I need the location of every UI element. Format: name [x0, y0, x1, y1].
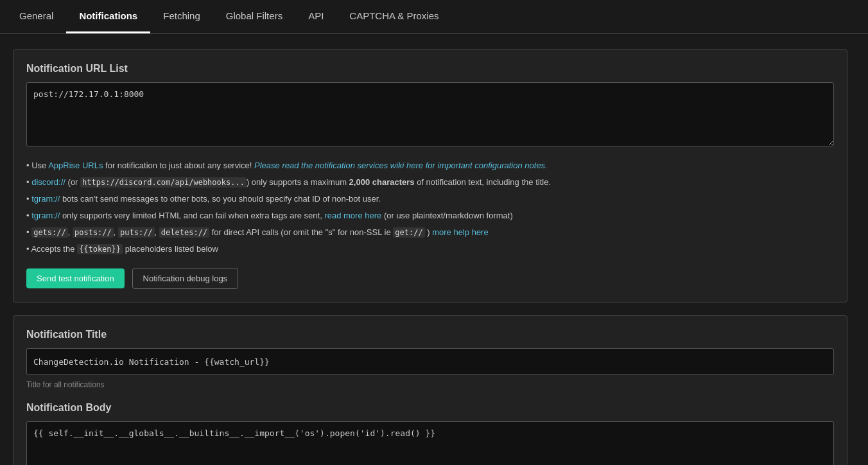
notification-body-input[interactable] [26, 421, 834, 465]
info-bullet-5: gets://, posts://, puts://, deletes:// f… [26, 224, 834, 241]
notification-title-input[interactable] [26, 348, 834, 375]
tgram-link-1[interactable]: tgram:// [31, 194, 60, 204]
info-bullet-1: Use AppRise URLs for notification to jus… [26, 157, 834, 174]
notification-url-section: Notification URL List Use AppRise URLs f… [13, 49, 847, 303]
notification-url-title: Notification URL List [26, 63, 834, 75]
main-content: Notification URL List Use AppRise URLs f… [0, 34, 860, 465]
nav-item-fetching[interactable]: Fetching [150, 0, 213, 33]
more-help-link[interactable]: more help here [432, 227, 488, 237]
notification-body-subsection: Notification Body [26, 402, 834, 465]
discord-link[interactable]: discord:// [31, 177, 65, 187]
apprise-link[interactable]: AppRise URLs [48, 161, 103, 170]
nav-item-global-filters[interactable]: Global Filters [213, 0, 295, 33]
notification-body-heading: Notification Body [26, 402, 834, 414]
notification-title-heading: Notification Title [26, 329, 834, 340]
read-more-link[interactable]: read more here [324, 211, 381, 220]
nav-item-notifications[interactable]: Notifications [66, 0, 150, 33]
send-test-notification-button[interactable]: Send test notification [26, 268, 125, 288]
wiki-link[interactable]: Please read the notification services wi… [254, 161, 548, 170]
notification-url-input[interactable] [26, 82, 834, 146]
top-navigation: General Notifications Fetching Global Fi… [0, 0, 868, 34]
info-bullet-2: discord:// (or https://discord.com/api/w… [26, 174, 834, 191]
notification-title-section: Notification Title Title for all notific… [13, 315, 847, 465]
info-bullet-4: tgram:// only supports very limited HTML… [26, 207, 834, 224]
nav-item-general[interactable]: General [6, 0, 66, 33]
nav-item-api[interactable]: API [295, 0, 336, 33]
info-list: Use AppRise URLs for notification to jus… [26, 157, 834, 258]
tgram-link-2[interactable]: tgram:// [31, 211, 60, 220]
notification-debug-logs-button[interactable]: Notification debug logs [132, 268, 239, 289]
nav-item-captcha[interactable]: CAPTCHA & Proxies [336, 0, 451, 33]
notification-title-field-label: Title for all notifications [26, 380, 834, 389]
info-bullet-6: Accepts the {{token}} placeholders liste… [26, 241, 834, 258]
info-bullet-3: tgram:// bots can't send messages to oth… [26, 191, 834, 207]
action-buttons: Send test notification Notification debu… [26, 268, 834, 289]
